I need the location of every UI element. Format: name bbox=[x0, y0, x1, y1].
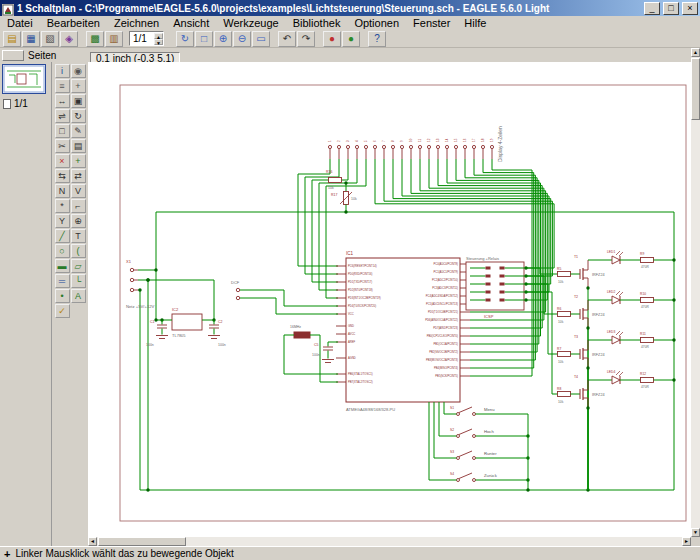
close-button[interactable]: × bbox=[682, 2, 698, 15]
sheet-item[interactable]: 1/1 bbox=[0, 96, 51, 109]
zoom-select-button[interactable]: ▭ bbox=[252, 31, 270, 47]
wire-button[interactable]: ╱ bbox=[55, 229, 70, 243]
show-button[interactable]: ◉ bbox=[71, 64, 86, 78]
vertical-scroll-thumb[interactable] bbox=[691, 58, 700, 120]
stop-icon: ● bbox=[329, 33, 335, 44]
resistor-r16[interactable] bbox=[329, 178, 342, 183]
sheet-thumbnail-image bbox=[3, 65, 45, 93]
menu-ansicht[interactable]: Ansicht bbox=[166, 16, 216, 30]
panel-grip-button[interactable] bbox=[2, 50, 24, 61]
svg-text:10k: 10k bbox=[558, 320, 564, 324]
add-button[interactable]: + bbox=[71, 154, 86, 168]
value-button[interactable]: V bbox=[71, 184, 86, 198]
redo-button[interactable]: ↷ bbox=[297, 31, 315, 47]
copy-button[interactable]: ▣ bbox=[71, 94, 86, 108]
menu-optionen[interactable]: Optionen bbox=[347, 16, 406, 30]
erc-button[interactable]: ✓ bbox=[55, 304, 70, 318]
arc-button[interactable]: ( bbox=[71, 244, 86, 258]
display-layers-button[interactable]: ≡ bbox=[55, 79, 70, 93]
label-button[interactable]: A bbox=[71, 289, 86, 303]
rect-button[interactable]: ▬ bbox=[55, 259, 70, 273]
split-button[interactable]: Y bbox=[55, 214, 70, 228]
use-library-button[interactable]: ▥ bbox=[105, 31, 123, 47]
icsp-header-box[interactable] bbox=[466, 262, 526, 310]
undo-button[interactable]: ↶ bbox=[278, 31, 296, 47]
zoom-spinner[interactable]: ▲ ▼ bbox=[154, 33, 163, 45]
scroll-left-icon[interactable]: ◄ bbox=[88, 537, 97, 546]
svg-text:AGND: AGND bbox=[348, 356, 356, 360]
svg-text:PD1(TXD/PCINT17): PD1(TXD/PCINT17) bbox=[348, 280, 372, 284]
zoom-in-button[interactable]: ⊕ bbox=[214, 31, 232, 47]
open-board-button[interactable]: ▩ bbox=[86, 31, 104, 47]
svg-text:PD4(T0/XCK/PCINT20): PD4(T0/XCK/PCINT20) bbox=[348, 304, 376, 308]
menu-datei[interactable]: Datei bbox=[0, 16, 40, 30]
menu-zeichnen[interactable]: Zeichnen bbox=[107, 16, 166, 30]
svg-text:PD5(T1/OC0B/PCINT21): PD5(T1/OC0B/PCINT21) bbox=[428, 310, 458, 314]
svg-text:PC1(ADC1/PCINT9): PC1(ADC1/PCINT9) bbox=[434, 270, 459, 274]
schematic-svg[interactable]: 12345678910111213141516171819Display 4-Z… bbox=[88, 62, 691, 537]
smash-button[interactable]: * bbox=[55, 199, 70, 213]
maximize-button[interactable]: □ bbox=[663, 2, 679, 15]
svg-text:ICSP: ICSP bbox=[484, 314, 494, 319]
spin-down-icon[interactable]: ▼ bbox=[154, 39, 163, 45]
open-file-button[interactable]: ▤ bbox=[3, 31, 21, 47]
info-icon: i bbox=[61, 66, 63, 76]
menu-switches[interactable]: S1MenuS2HochS3RunterS4Zurück bbox=[429, 402, 530, 492]
net-button[interactable]: └ bbox=[71, 274, 86, 288]
circle-button[interactable]: ○ bbox=[55, 244, 70, 258]
rect-icon: ▬ bbox=[58, 261, 67, 271]
info-button[interactable]: i bbox=[55, 64, 70, 78]
menu-bibliothek[interactable]: Bibliothek bbox=[286, 16, 348, 30]
sheet-thumbnail[interactable] bbox=[2, 64, 46, 94]
zoom-fit-button[interactable]: □ bbox=[195, 31, 213, 47]
scroll-up-icon[interactable]: ▲ bbox=[691, 48, 700, 57]
mirror-button[interactable]: ⇌ bbox=[55, 109, 70, 123]
horizontal-scrollbar[interactable]: ◄ ► bbox=[88, 537, 691, 546]
group-button[interactable]: □ bbox=[55, 124, 70, 138]
move-button[interactable]: ↔ bbox=[55, 94, 70, 108]
print-button[interactable]: ▧ bbox=[41, 31, 59, 47]
go-button[interactable]: ● bbox=[342, 31, 360, 47]
miter-icon: ⌐ bbox=[75, 201, 80, 211]
invoke-button[interactable]: ⊕ bbox=[71, 214, 86, 228]
svg-text:T2: T2 bbox=[574, 295, 578, 299]
svg-text:R6: R6 bbox=[557, 307, 561, 311]
stop-button[interactable]: ● bbox=[323, 31, 341, 47]
drawing-canvas[interactable]: 12345678910111213141516171819Display 4-Z… bbox=[88, 62, 691, 537]
vertical-scrollbar[interactable]: ▲ ▼ bbox=[691, 48, 700, 537]
junction-button[interactable]: • bbox=[55, 289, 70, 303]
text-button[interactable]: T bbox=[71, 229, 86, 243]
bus-button[interactable]: ═ bbox=[55, 274, 70, 288]
zoom-select[interactable]: 1/1 ▲ ▼ bbox=[129, 31, 164, 46]
cam-processor-button[interactable]: ◈ bbox=[60, 31, 78, 47]
change-button[interactable]: ✎ bbox=[71, 124, 86, 138]
horizontal-scroll-thumb[interactable] bbox=[98, 537, 186, 546]
name-button[interactable]: N bbox=[55, 184, 70, 198]
miter-button[interactable]: ⌐ bbox=[71, 199, 86, 213]
help-button[interactable]: ? bbox=[368, 31, 386, 47]
paste-button[interactable]: ▤ bbox=[71, 139, 86, 153]
menu-werkzeuge[interactable]: Werkzeuge bbox=[216, 16, 285, 30]
menu-hilfe[interactable]: Hilfe bbox=[457, 16, 493, 30]
pinswap-button[interactable]: ⇆ bbox=[55, 169, 70, 183]
minimize-button[interactable]: _ bbox=[644, 2, 660, 15]
mcu-ic1[interactable]: PC6(/RESET/PCINT14)PD0(RXD/PCINT16)PD1(T… bbox=[336, 258, 470, 402]
menu-fenster[interactable]: Fenster bbox=[406, 16, 457, 30]
save-file-icon: ▦ bbox=[26, 33, 35, 44]
menu-bearbeiten[interactable]: Bearbeiten bbox=[40, 16, 107, 30]
power-supply[interactable] bbox=[130, 268, 338, 382]
rotate-button[interactable]: ↻ bbox=[71, 109, 86, 123]
redraw-button[interactable]: ↻ bbox=[176, 31, 194, 47]
gateswap-button[interactable]: ⇄ bbox=[71, 169, 86, 183]
delete-button[interactable]: × bbox=[55, 154, 70, 168]
svg-text:R17: R17 bbox=[331, 193, 337, 197]
add-icon: + bbox=[75, 156, 80, 166]
cut-button[interactable]: ✂ bbox=[55, 139, 70, 153]
polygon-button[interactable]: ▱ bbox=[71, 259, 86, 273]
scroll-down-icon[interactable]: ▼ bbox=[691, 528, 700, 537]
mark-button[interactable]: + bbox=[71, 79, 86, 93]
driver-stages[interactable]: T1IRFZ24R510kLED1R9470RT2IRFZ24R610kLED2… bbox=[526, 250, 676, 490]
zoom-out-button[interactable]: ⊖ bbox=[233, 31, 251, 47]
save-file-button[interactable]: ▦ bbox=[22, 31, 40, 47]
scroll-right-icon[interactable]: ► bbox=[682, 537, 691, 546]
